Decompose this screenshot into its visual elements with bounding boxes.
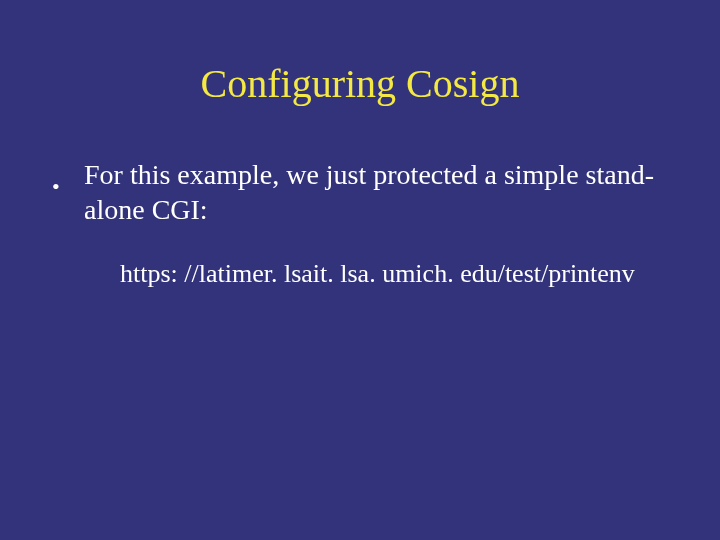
url-text: https: //latimer. lsait. lsa. umich. edu… [48, 257, 672, 291]
slide-container: Configuring Cosign For this example, we … [0, 0, 720, 540]
bullet-icon [48, 157, 84, 202]
bullet-item: For this example, we just protected a si… [48, 157, 672, 227]
bullet-text: For this example, we just protected a si… [84, 157, 672, 227]
slide-content: For this example, we just protected a si… [0, 157, 720, 291]
slide-title: Configuring Cosign [0, 0, 720, 157]
